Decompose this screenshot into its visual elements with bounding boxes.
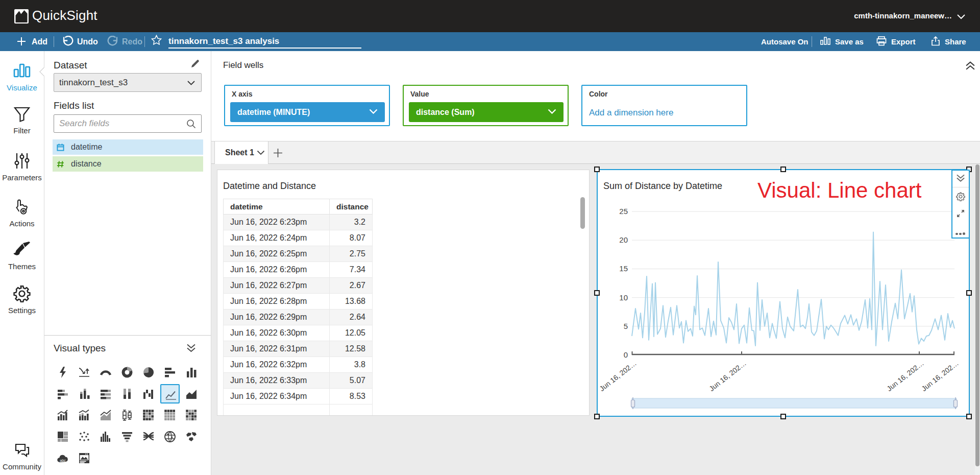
- svg-text:25: 25: [619, 207, 628, 216]
- svg-text:15: 15: [619, 264, 628, 273]
- svg-text:10: 10: [619, 293, 628, 302]
- svg-text:0: 0: [624, 350, 628, 359]
- svg-text:5: 5: [624, 322, 628, 330]
- svg-text:Jun 16, 202…: Jun 16, 202…: [920, 359, 960, 393]
- svg-text:20: 20: [619, 235, 628, 244]
- svg-text:Jun 16, 202…: Jun 16, 202…: [707, 359, 748, 393]
- svg-text:abc: abc: [60, 459, 66, 462]
- svg-text:Jun 16, 202…: Jun 16, 202…: [598, 359, 638, 393]
- svg-text:Jun 16, 202…: Jun 16, 202…: [885, 359, 925, 393]
